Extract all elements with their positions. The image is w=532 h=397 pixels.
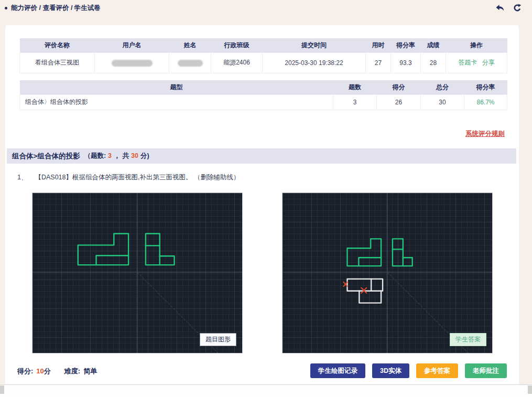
difficulty-label: 难度:: [64, 367, 80, 375]
question-count: 3: [333, 94, 377, 110]
teacher-note-button[interactable]: 老师批注: [465, 363, 507, 378]
submit-time: 2025-03-30 19:38:22: [263, 52, 366, 73]
score-value: 10: [36, 367, 44, 375]
question-drawing-svg: [32, 193, 242, 353]
reference-answer-button[interactable]: 参考答案: [416, 363, 458, 378]
col-rate: 得分率: [464, 80, 507, 94]
score: 26: [377, 94, 421, 110]
col-username: 用户名: [95, 38, 169, 52]
side-view-foot: [160, 256, 175, 265]
col-question-type: 题型: [20, 80, 333, 94]
type-header-row: 题型 题数 得分 总分 得分率: [20, 80, 507, 94]
col-question-count: 题数: [333, 80, 377, 94]
student-answer-tag: 学生答案: [450, 333, 486, 346]
side-view-outline: [146, 233, 160, 265]
scoring-rules-link[interactable]: 系统评分规则: [465, 130, 505, 138]
question-drawing-canvas[interactable]: 题目图形: [32, 192, 243, 353]
back-icon[interactable]: [495, 3, 505, 13]
scrollbar-right-arrow[interactable]: [528, 385, 532, 394]
3d-solid-button[interactable]: 3D实体: [372, 363, 409, 378]
actions-cell: 答题卡 分享: [446, 52, 507, 73]
type-breakdown-table: 题型 题数 得分 总分 得分率 组合体〉组合体的投影 3 26 30 86.7%: [19, 80, 507, 110]
horizontal-scrollbar[interactable]: [0, 384, 532, 397]
question-text: 【DAS018】根据组合体的两面视图,补出第三面视图。 （删除辅助线）: [35, 174, 240, 181]
scrollbar-left-arrow[interactable]: [0, 385, 4, 394]
summary-data-row: 看组合体三视图 能源2406 2025-03-30 19:38:22 27 93…: [20, 52, 507, 73]
summary-header-row: 评价名称 用户名 姓名 行政班级 提交时间 用时 得分率 成绩 操作: [20, 38, 507, 52]
score-unit: 分: [44, 367, 51, 375]
student-exam-page: 能力评价 / 查看评价 / 学生试卷 评价名称 用户名 姓名 行政班级 提交时间…: [0, 0, 532, 397]
col-total: 总分: [421, 80, 464, 94]
refresh-icon[interactable]: [512, 3, 523, 13]
drawing-record-button[interactable]: 学生绘图记录: [310, 363, 365, 378]
col-actions: 操作: [446, 38, 507, 52]
section-total: 30: [131, 152, 138, 159]
breadcrumb-text: 能力评价 / 查看评价 / 学生试卷: [11, 4, 101, 13]
answer-card-link[interactable]: 答题卡: [458, 59, 477, 66]
name-cell: [169, 52, 211, 73]
share-link[interactable]: 分享: [482, 59, 495, 66]
score-rate-pct: 86.7%: [464, 94, 507, 110]
front-view-step: [359, 257, 381, 266]
col-name: 姓名: [169, 38, 211, 52]
front-view-outline: [78, 233, 128, 265]
score-label: 得分:: [17, 367, 33, 375]
col-grade: 成绩: [421, 38, 446, 52]
side-view-outline: [393, 239, 403, 266]
student-answer-canvas[interactable]: 学生答案: [282, 192, 493, 353]
section-count: 3: [108, 152, 112, 159]
col-score-rate: 得分率: [391, 38, 421, 52]
col-submit-time: 提交时间: [263, 38, 366, 52]
section-meta: （题数:3，共30分): [83, 152, 150, 160]
col-time-used: 用时: [366, 38, 391, 52]
col-evaluation-name: 评价名称: [20, 38, 95, 52]
front-view-step: [96, 255, 129, 265]
score-rate: 93.3: [391, 52, 421, 73]
section-title: 组合体>组合体的投影: [12, 152, 80, 161]
question-type: 组合体〉组合体的投影: [20, 94, 333, 110]
time-used: 27: [366, 52, 391, 73]
difficulty-value: 简单: [83, 367, 97, 375]
evaluation-name: 看组合体三视图: [20, 52, 95, 73]
section-header-bar: 组合体>组合体的投影 （题数:3，共30分): [7, 148, 516, 164]
col-score: 得分: [377, 80, 421, 94]
type-data-row: 组合体〉组合体的投影 3 26 30 86.7%: [20, 94, 507, 110]
question-number: 1、: [17, 174, 27, 181]
side-view-foot: [403, 257, 412, 266]
front-view-outline: [348, 239, 382, 266]
redacted-username: [112, 60, 153, 67]
redacted-name: [178, 60, 203, 67]
username-cell: [95, 52, 169, 73]
bullet-icon: [5, 7, 7, 9]
grade: 28: [421, 52, 446, 73]
student-top-view-lower: [359, 291, 381, 303]
total-score: 30: [421, 94, 464, 110]
score-difficulty-row: 得分:10分难度:简单: [17, 367, 97, 376]
question-figure-tag: 题目图形: [200, 333, 236, 346]
breadcrumb[interactable]: 能力评价 / 查看评价 / 学生试卷: [5, 4, 101, 13]
question-title: 1、【DAS018】根据组合体的两面视图,补出第三面视图。 （删除辅助线）: [17, 173, 240, 182]
col-class: 行政班级: [211, 38, 263, 52]
class-name: 能源2406: [211, 52, 263, 73]
student-answer-svg: [283, 193, 492, 353]
summary-table: 评价名称 用户名 姓名 行政班级 提交时间 用时 得分率 成绩 操作 看组合体三…: [19, 38, 507, 73]
